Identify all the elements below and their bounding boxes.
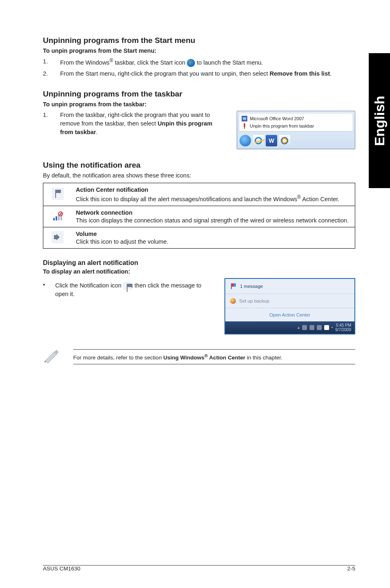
text: Action Center. (301, 196, 339, 202)
text: taskbar, click the Start icon (113, 59, 187, 66)
text: in this chapter. (245, 355, 282, 361)
tray-icon[interactable] (309, 325, 314, 330)
pin-icon (242, 123, 247, 129)
step-number: 2. (43, 70, 60, 78)
tray-flag-icon[interactable] (324, 325, 329, 330)
table-cell: Network connection This icon displays th… (72, 206, 355, 227)
clock[interactable]: 5:45 PM 9/7/2009 (335, 323, 351, 332)
open-action-center-link[interactable]: Open Action Center (225, 308, 354, 321)
icon-cell (43, 183, 72, 206)
notification-icon (123, 282, 131, 290)
alert-message-row[interactable]: 1 message (225, 279, 354, 294)
footer-left: ASUS CM1630 (43, 566, 81, 572)
clock-date: 9/7/2009 (335, 328, 351, 332)
icon-cell (43, 206, 72, 227)
section-sub-unpin-start: To unpin programs from the Start menu: (43, 47, 355, 54)
notification-icons-table: Action Center notification Click this ic… (43, 183, 355, 249)
section-title-unpin-start: Unpinning programs from the Start menu (43, 36, 355, 45)
language-tab: English (369, 53, 390, 188)
word-icon (242, 116, 247, 121)
screenshot-taskbar-context: Microsoft Office Word 2007 Unpin this pr… (237, 111, 355, 149)
menu-label: Unpin this program from taskbar (250, 123, 314, 128)
ie-icon[interactable] (253, 135, 264, 146)
text-bold: Remove from this list (270, 70, 330, 77)
section-title-unpin-taskbar: Unpinning programs from the taskbar (43, 90, 355, 99)
table-cell: Volume Click this icon to adjust the vol… (72, 227, 355, 248)
alert-taskbar: ▴ • 5:45 PM 9/7/2009 (225, 321, 354, 334)
text: From the Windows (60, 59, 110, 66)
action-center-icon (52, 188, 64, 200)
text: Click this icon to adjust the volume. (76, 238, 168, 245)
row-title: Network connection (76, 209, 351, 216)
bullet-body: Click the Notification icon , then click… (55, 281, 215, 298)
row-title: Volume (76, 231, 351, 237)
flag-icon (230, 283, 237, 290)
step-number: 1. (43, 57, 60, 67)
taskbar-bar: W (239, 134, 353, 147)
wmp-icon[interactable] (279, 135, 290, 146)
section-title-notification: Using the notification area (43, 161, 355, 170)
clock-time: 5:45 PM (335, 323, 351, 328)
text: For more details, refer to the section (73, 355, 164, 361)
screenshot-alert-popup: 1 message Set up backup Open Action Cent… (224, 278, 355, 334)
language-tab-label: English (372, 96, 388, 146)
svg-rect-0 (53, 218, 55, 220)
text: . (330, 70, 332, 77)
word-taskbar-icon[interactable]: W (266, 135, 277, 146)
alert-backup-label: Set up backup (239, 298, 269, 303)
step-body: From the Start menu, right-click the pro… (60, 70, 355, 78)
text-bold: Action Center (208, 355, 245, 361)
text: This icon displays the connection status… (76, 217, 349, 224)
row-title: Action Center notification (76, 186, 351, 193)
tray-icon[interactable] (302, 325, 307, 330)
footer-right: 2-5 (347, 566, 355, 572)
page-footer: ASUS CM1630 2-5 (43, 565, 355, 572)
network-icon (52, 210, 64, 222)
section-sub-unpin-taskbar: To unpin programs from the taskbar: (43, 101, 355, 108)
text: . (96, 129, 98, 135)
section-intro: By default, the notification area shows … (43, 172, 355, 179)
subsection-title-alert: Displaying an alert notification (43, 259, 355, 267)
text: From the Start menu, right-click the pro… (60, 70, 270, 77)
svg-rect-1 (56, 216, 57, 220)
table-cell: Action Center notification Click this ic… (72, 183, 355, 206)
text: Click this icon to display all the alert… (76, 196, 298, 202)
note-pen-icon (43, 349, 63, 364)
alert-message-label: 1 message (240, 284, 263, 289)
text: Click the Notification icon (55, 282, 123, 289)
menu-item-word[interactable]: Microsoft Office Word 2007 (242, 115, 350, 122)
bullet: • (43, 281, 45, 298)
step-body: From the Windows® taskbar, click the Sta… (60, 57, 355, 67)
text-bold: Using Windows (164, 355, 204, 361)
step-body: From the taskbar, right-click the progra… (60, 111, 227, 137)
reg-mark: ® (297, 194, 301, 200)
reg-mark: ® (110, 58, 113, 63)
backup-icon (230, 298, 236, 304)
tray-caret-icon[interactable]: ▴ (298, 325, 300, 330)
subsection-sub-alert: To display an alert notification: (43, 268, 355, 275)
volume-icon (52, 231, 64, 243)
step-number: 1. (43, 111, 60, 137)
menu-label: Microsoft Office Word 2007 (250, 116, 304, 121)
tray-divider: • (332, 325, 333, 330)
menu-item-unpin[interactable]: Unpin this program from taskbar (242, 122, 350, 130)
text: to launch the Start menu. (195, 59, 263, 66)
start-orb-icon (187, 59, 195, 67)
note-body: For more details, refer to the section U… (73, 349, 355, 364)
tray-icon[interactable] (317, 325, 322, 330)
alert-backup-row[interactable]: Set up backup (225, 294, 354, 308)
start-orb-icon[interactable] (240, 135, 251, 146)
icon-cell (43, 227, 72, 248)
